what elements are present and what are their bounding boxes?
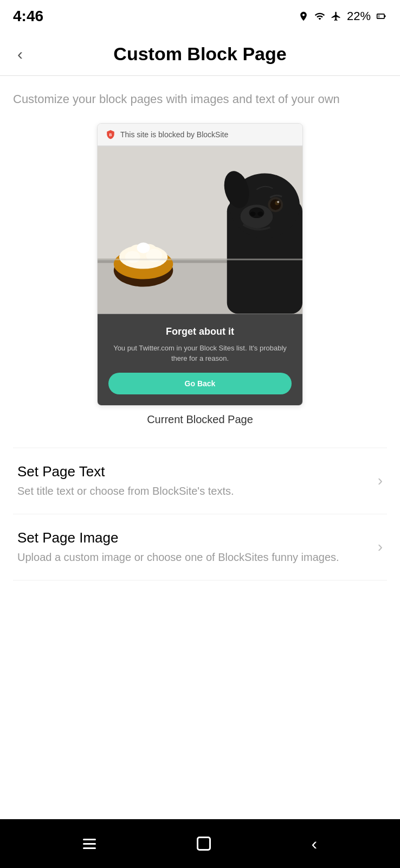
preview-topbar-text: This site is blocked by BlockSite xyxy=(120,130,228,139)
status-time: 4:46 xyxy=(13,8,43,25)
wifi-icon xyxy=(314,11,325,22)
svg-rect-1 xyxy=(378,15,379,18)
dog-scene-svg xyxy=(98,146,302,314)
set-page-image-title: Set Page Image xyxy=(17,529,369,546)
back-icon: ‹ xyxy=(311,834,317,854)
back-button[interactable]: ‹ xyxy=(13,41,27,68)
preview-topbar: B This site is blocked by BlockSite xyxy=(98,124,302,146)
overlay-title: Forget about it xyxy=(108,326,292,337)
svg-point-24 xyxy=(277,201,279,203)
battery-icon xyxy=(376,11,387,22)
svg-point-14 xyxy=(137,242,150,253)
bottom-nav: ‹ xyxy=(0,819,400,868)
location-icon xyxy=(298,11,309,22)
battery-text: 22% xyxy=(347,9,371,23)
set-page-text-row[interactable]: Set Page Text Set title text or choose f… xyxy=(13,448,387,514)
svg-point-22 xyxy=(270,199,281,210)
set-page-image-desc: Upload a custom image or choose one of B… xyxy=(17,550,369,565)
header: ‹ Custom Block Page xyxy=(0,33,400,76)
set-page-text-content: Set Page Text Set title text or choose f… xyxy=(17,463,369,499)
preview-overlay: Forget about it You put Twitter.com in y… xyxy=(98,314,302,405)
svg-text:B: B xyxy=(109,133,112,137)
nav-home-button[interactable] xyxy=(197,837,211,851)
settings-section: Set Page Text Set title text or choose f… xyxy=(13,448,387,580)
subtitle-text: Customize your block pages with images a… xyxy=(13,91,387,108)
chevron-right-icon-2: › xyxy=(378,538,383,556)
preview-card: B This site is blocked by BlockSite xyxy=(97,123,303,406)
preview-container: B This site is blocked by BlockSite xyxy=(13,123,387,426)
nav-back-button[interactable]: ‹ xyxy=(311,834,317,854)
status-icons: 22% xyxy=(298,9,387,23)
nav-menu-button[interactable] xyxy=(83,839,96,849)
set-page-image-content: Set Page Image Upload a custom image or … xyxy=(17,529,369,565)
preview-image xyxy=(98,146,302,314)
svg-rect-2 xyxy=(384,15,386,17)
main-content: Customize your block pages with images a… xyxy=(0,76,400,819)
svg-rect-26 xyxy=(98,259,302,260)
go-back-button[interactable]: Go Back xyxy=(108,373,292,394)
svg-point-20 xyxy=(257,212,263,216)
menu-icon xyxy=(83,839,96,849)
status-bar: 4:46 22% xyxy=(0,0,400,33)
overlay-subtitle: You put Twitter.com in your Block Sites … xyxy=(108,343,292,364)
page-title: Custom Block Page xyxy=(113,43,286,65)
airplane-icon xyxy=(331,11,341,22)
set-page-image-row[interactable]: Set Page Image Upload a custom image or … xyxy=(13,514,387,580)
preview-label: Current Blocked Page xyxy=(147,413,253,426)
set-page-text-desc: Set title text or choose from BlockSite'… xyxy=(17,483,369,499)
svg-point-19 xyxy=(250,212,256,216)
set-page-text-title: Set Page Text xyxy=(17,463,369,480)
home-icon xyxy=(197,837,211,851)
chevron-right-icon: › xyxy=(378,472,383,489)
svg-point-12 xyxy=(125,251,140,263)
shield-icon: B xyxy=(105,129,116,140)
